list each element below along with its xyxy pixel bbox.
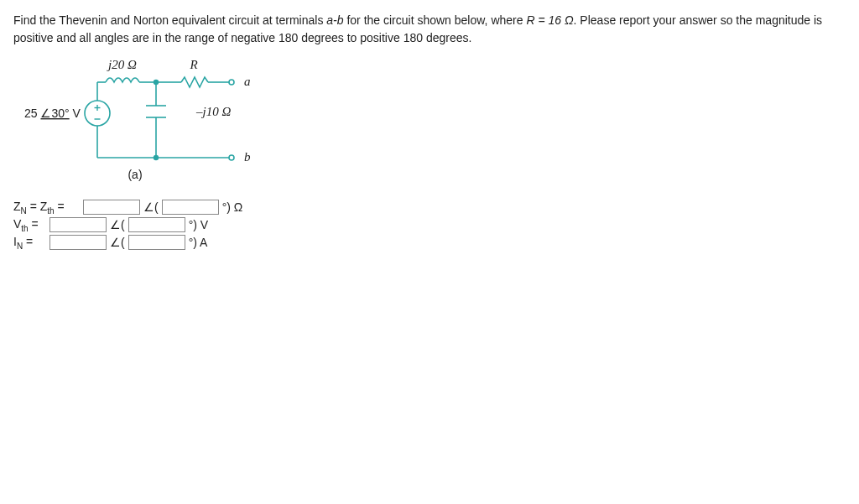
vth-angle-input[interactable] — [128, 217, 185, 232]
circuit-diagram: j20 Ω R –j10 Ω 25 ∠30° V a b (a) — [5, 57, 265, 191]
terminal-b-label: b — [244, 150, 251, 164]
in-angle-input[interactable] — [128, 235, 185, 250]
circuit-caption: (a) — [128, 168, 142, 181]
in-row: IN = ∠( °) A — [13, 235, 846, 251]
zn-zth-unit: °) Ω — [221, 200, 243, 214]
problem-prefix: Find the Thevenin and Norton equivalent … — [13, 13, 326, 27]
terminal-a-label: a — [244, 75, 251, 88]
svg-point-15 — [154, 156, 159, 160]
answer-block: ZN = Zth = ∠( °) Ω Vth = ∠( °) V IN = ∠(… — [13, 200, 846, 250]
svg-point-13 — [229, 155, 234, 160]
zn-zth-label: ZN = Zth = — [13, 200, 81, 216]
in-unit: °) A — [188, 236, 208, 249]
angle-open: ∠( — [109, 236, 126, 249]
problem-mid: for the circuit shown below, where — [344, 13, 527, 27]
resistor-label: R — [189, 58, 197, 71]
vth-label: Vth = — [13, 217, 47, 233]
zn-zth-row: ZN = Zth = ∠( °) Ω — [13, 200, 846, 216]
svg-point-14 — [154, 81, 159, 85]
in-magnitude-input[interactable] — [49, 235, 107, 250]
r-expr: R = 16 Ω — [526, 13, 573, 27]
capacitor-label: –j10 Ω — [195, 105, 231, 118]
vth-unit: °) V — [188, 218, 209, 231]
zn-zth-magnitude-input[interactable] — [83, 200, 140, 215]
ab-label: a-b — [326, 13, 343, 27]
inductor-label: j20 Ω — [107, 58, 137, 71]
problem-text: Find the Thevenin and Norton equivalent … — [13, 12, 846, 47]
svg-point-12 — [229, 80, 234, 85]
source-label: 25 ∠30° V — [24, 107, 81, 120]
angle-open: ∠( — [109, 218, 126, 231]
vth-row: Vth = ∠( °) V — [13, 217, 846, 233]
vth-magnitude-input[interactable] — [49, 217, 107, 232]
zn-zth-angle-input[interactable] — [162, 200, 219, 215]
svg-point-6 — [85, 101, 110, 126]
angle-open: ∠( — [143, 200, 159, 214]
in-label: IN = — [13, 235, 47, 251]
